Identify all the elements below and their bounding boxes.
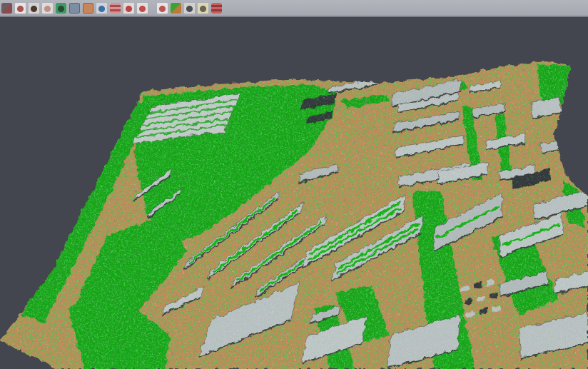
tool-button-11[interactable] bbox=[137, 3, 148, 14]
tool-button-16[interactable] bbox=[211, 3, 222, 14]
tool-button-15[interactable] bbox=[198, 3, 208, 14]
tool-button-4[interactable] bbox=[42, 3, 53, 14]
application-window bbox=[0, 0, 588, 369]
tool-button-7[interactable] bbox=[83, 3, 93, 14]
flag-bars-icon bbox=[211, 3, 222, 14]
sparse-points-icon bbox=[42, 3, 53, 14]
tool-button-1[interactable] bbox=[1, 3, 12, 14]
noise-green-top bbox=[0, 0, 588, 369]
tool-button-6[interactable] bbox=[69, 3, 80, 14]
red-ring-icon bbox=[123, 3, 134, 14]
matrix-table-icon bbox=[198, 3, 208, 14]
tool-button-10[interactable] bbox=[123, 3, 134, 14]
grid-select-icon bbox=[157, 3, 168, 14]
open-file-icon bbox=[1, 3, 12, 14]
profile-tool-icon bbox=[69, 3, 80, 14]
tin-mountain-icon bbox=[29, 3, 39, 14]
globe-sync-icon bbox=[96, 3, 107, 14]
tool-button-8[interactable] bbox=[96, 3, 107, 14]
scene-svg bbox=[0, 0, 588, 369]
tool-button-3[interactable] bbox=[29, 3, 39, 14]
tool-button-13[interactable] bbox=[171, 3, 181, 14]
classify-map-icon bbox=[171, 3, 181, 14]
terrain-surface-icon bbox=[56, 3, 66, 14]
tool-button-9[interactable] bbox=[110, 3, 121, 14]
ortho-image-icon bbox=[83, 3, 93, 14]
point-cloud-icon bbox=[15, 3, 26, 14]
sphere-view-icon bbox=[184, 3, 195, 14]
tool-button-5[interactable] bbox=[56, 3, 66, 14]
viewport-3d[interactable] bbox=[0, 17, 588, 369]
main-toolbar bbox=[0, 0, 588, 17]
clip-corners-icon bbox=[137, 3, 148, 14]
terrain-model bbox=[0, 0, 588, 369]
tool-button-2[interactable] bbox=[15, 3, 26, 14]
tool-button-14[interactable] bbox=[184, 3, 195, 14]
red-layers-icon bbox=[110, 3, 121, 14]
tool-button-12[interactable] bbox=[157, 3, 168, 14]
